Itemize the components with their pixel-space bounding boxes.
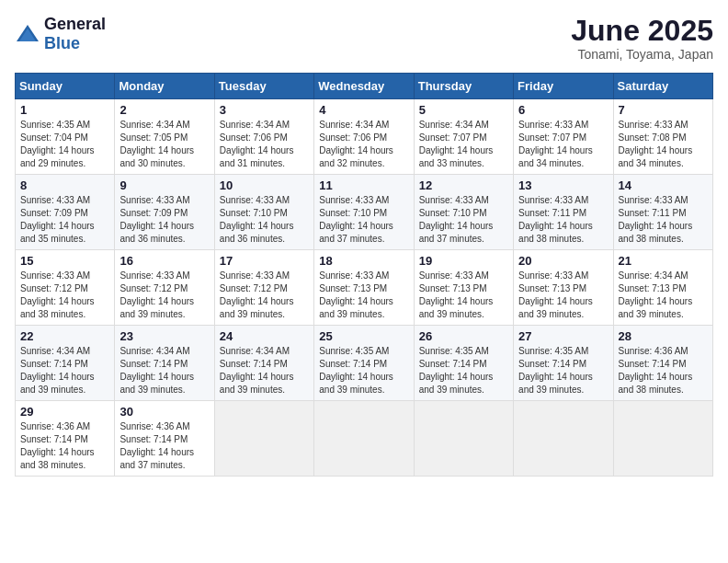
- calendar-day-cell: 14Sunrise: 4:33 AMSunset: 7:11 PMDayligh…: [613, 175, 712, 250]
- day-info: Sunrise: 4:35 AMSunset: 7:04 PMDaylight:…: [20, 119, 109, 170]
- day-info: Sunrise: 4:33 AMSunset: 7:13 PMDaylight:…: [319, 270, 408, 321]
- day-info: Sunrise: 4:33 AMSunset: 7:11 PMDaylight:…: [619, 194, 708, 246]
- day-info: Sunrise: 4:36 AMSunset: 7:14 PMDaylight:…: [119, 420, 209, 472]
- day-number: 10: [220, 178, 309, 192]
- calendar-day-cell: [214, 401, 313, 477]
- day-info: Sunrise: 4:33 AMSunset: 7:12 PMDaylight:…: [119, 270, 209, 321]
- day-number: 26: [419, 329, 508, 343]
- day-number: 4: [319, 103, 408, 117]
- calendar-day-cell: 7Sunrise: 4:33 AMSunset: 7:08 PMDaylight…: [613, 99, 712, 175]
- day-info: Sunrise: 4:34 AMSunset: 7:14 PMDaylight:…: [119, 345, 209, 396]
- day-info: Sunrise: 4:35 AMSunset: 7:14 PMDaylight:…: [319, 345, 408, 396]
- calendar-day-cell: 20Sunrise: 4:33 AMSunset: 7:13 PMDayligh…: [514, 250, 613, 326]
- day-info: Sunrise: 4:33 AMSunset: 7:10 PMDaylight:…: [419, 194, 508, 246]
- day-info: Sunrise: 4:33 AMSunset: 7:07 PMDaylight:…: [518, 119, 608, 170]
- day-info: Sunrise: 4:34 AMSunset: 7:06 PMDaylight:…: [220, 119, 309, 170]
- day-number: 1: [20, 103, 109, 117]
- day-number: 27: [518, 329, 608, 343]
- calendar-day-cell: 28Sunrise: 4:36 AMSunset: 7:14 PMDayligh…: [613, 326, 712, 401]
- day-info: Sunrise: 4:34 AMSunset: 7:14 PMDaylight:…: [220, 345, 309, 396]
- day-info: Sunrise: 4:34 AMSunset: 7:05 PMDaylight:…: [119, 119, 209, 170]
- calendar-day-header: Saturday: [613, 74, 712, 99]
- day-info: Sunrise: 4:33 AMSunset: 7:13 PMDaylight:…: [419, 270, 508, 321]
- day-number: 18: [319, 254, 408, 268]
- calendar-header-row: SundayMondayTuesdayWednesdayThursdayFrid…: [16, 74, 713, 99]
- day-info: Sunrise: 4:34 AMSunset: 7:06 PMDaylight:…: [319, 119, 408, 170]
- day-info: Sunrise: 4:33 AMSunset: 7:09 PMDaylight:…: [119, 194, 209, 246]
- day-info: Sunrise: 4:33 AMSunset: 7:12 PMDaylight:…: [20, 270, 109, 321]
- calendar-week-row: 8Sunrise: 4:33 AMSunset: 7:09 PMDaylight…: [16, 175, 713, 250]
- day-number: 30: [119, 405, 209, 419]
- day-info: Sunrise: 4:35 AMSunset: 7:14 PMDaylight:…: [419, 345, 508, 396]
- title-area: June 2025 Tonami, Toyama, Japan: [571, 15, 713, 62]
- day-info: Sunrise: 4:34 AMSunset: 7:14 PMDaylight:…: [20, 345, 109, 396]
- calendar-week-row: 1Sunrise: 4:35 AMSunset: 7:04 PMDaylight…: [16, 99, 713, 175]
- day-info: Sunrise: 4:33 AMSunset: 7:13 PMDaylight:…: [518, 270, 608, 321]
- calendar-day-cell: 4Sunrise: 4:34 AMSunset: 7:06 PMDaylight…: [314, 99, 414, 175]
- day-number: 7: [619, 103, 708, 117]
- calendar-day-cell: 13Sunrise: 4:33 AMSunset: 7:11 PMDayligh…: [514, 175, 613, 250]
- calendar-day-cell: [514, 401, 613, 477]
- calendar-day-cell: 15Sunrise: 4:33 AMSunset: 7:12 PMDayligh…: [16, 250, 115, 326]
- day-number: 16: [119, 254, 209, 268]
- day-number: 29: [20, 405, 109, 419]
- calendar-day-header: Tuesday: [214, 74, 313, 99]
- day-number: 22: [20, 329, 109, 343]
- calendar-day-cell: 27Sunrise: 4:35 AMSunset: 7:14 PMDayligh…: [514, 326, 613, 401]
- calendar-day-cell: 18Sunrise: 4:33 AMSunset: 7:13 PMDayligh…: [314, 250, 414, 326]
- calendar-day-header: Sunday: [16, 74, 115, 99]
- calendar-day-cell: 1Sunrise: 4:35 AMSunset: 7:04 PMDaylight…: [16, 99, 115, 175]
- day-info: Sunrise: 4:33 AMSunset: 7:10 PMDaylight:…: [319, 194, 408, 246]
- day-info: Sunrise: 4:33 AMSunset: 7:10 PMDaylight:…: [220, 194, 309, 246]
- day-number: 2: [119, 103, 209, 117]
- logo: General Blue: [15, 15, 106, 53]
- calendar-day-cell: 22Sunrise: 4:34 AMSunset: 7:14 PMDayligh…: [16, 326, 115, 401]
- day-info: Sunrise: 4:34 AMSunset: 7:13 PMDaylight:…: [619, 270, 708, 321]
- day-info: Sunrise: 4:33 AMSunset: 7:08 PMDaylight:…: [619, 119, 708, 170]
- logo-text-general: General: [44, 15, 106, 33]
- day-number: 15: [20, 254, 109, 268]
- calendar-table: SundayMondayTuesdayWednesdayThursdayFrid…: [15, 73, 713, 477]
- day-info: Sunrise: 4:33 AMSunset: 7:09 PMDaylight:…: [20, 194, 109, 246]
- calendar-day-cell: [314, 401, 414, 477]
- day-info: Sunrise: 4:36 AMSunset: 7:14 PMDaylight:…: [20, 420, 109, 472]
- calendar-day-cell: 25Sunrise: 4:35 AMSunset: 7:14 PMDayligh…: [314, 326, 414, 401]
- calendar-day-cell: 3Sunrise: 4:34 AMSunset: 7:06 PMDaylight…: [214, 99, 313, 175]
- location-subtitle: Tonami, Toyama, Japan: [571, 47, 713, 62]
- logo-icon: [15, 21, 40, 47]
- calendar-day-header: Friday: [514, 74, 613, 99]
- calendar-day-cell: 8Sunrise: 4:33 AMSunset: 7:09 PMDaylight…: [16, 175, 115, 250]
- day-number: 11: [319, 178, 408, 192]
- day-info: Sunrise: 4:35 AMSunset: 7:14 PMDaylight:…: [518, 345, 608, 396]
- calendar-week-row: 22Sunrise: 4:34 AMSunset: 7:14 PMDayligh…: [16, 326, 713, 401]
- calendar-day-cell: [613, 401, 712, 477]
- day-number: 5: [419, 103, 508, 117]
- day-info: Sunrise: 4:33 AMSunset: 7:12 PMDaylight:…: [220, 270, 309, 321]
- day-number: 25: [319, 329, 408, 343]
- day-number: 3: [220, 103, 309, 117]
- day-number: 8: [20, 178, 109, 192]
- calendar-day-cell: 29Sunrise: 4:36 AMSunset: 7:14 PMDayligh…: [16, 401, 115, 477]
- calendar-day-cell: 17Sunrise: 4:33 AMSunset: 7:12 PMDayligh…: [214, 250, 313, 326]
- calendar-week-row: 29Sunrise: 4:36 AMSunset: 7:14 PMDayligh…: [16, 401, 713, 477]
- calendar-day-cell: 26Sunrise: 4:35 AMSunset: 7:14 PMDayligh…: [414, 326, 513, 401]
- calendar-day-cell: 6Sunrise: 4:33 AMSunset: 7:07 PMDaylight…: [514, 99, 613, 175]
- day-number: 13: [518, 178, 608, 192]
- calendar-day-header: Wednesday: [314, 74, 414, 99]
- calendar-day-cell: 9Sunrise: 4:33 AMSunset: 7:09 PMDaylight…: [115, 175, 214, 250]
- calendar-day-cell: 2Sunrise: 4:34 AMSunset: 7:05 PMDaylight…: [115, 99, 214, 175]
- month-title: June 2025: [571, 15, 713, 47]
- calendar-day-cell: [414, 401, 513, 477]
- calendar-day-cell: 30Sunrise: 4:36 AMSunset: 7:14 PMDayligh…: [115, 401, 214, 477]
- day-number: 24: [220, 329, 309, 343]
- calendar-week-row: 15Sunrise: 4:33 AMSunset: 7:12 PMDayligh…: [16, 250, 713, 326]
- calendar-day-cell: 11Sunrise: 4:33 AMSunset: 7:10 PMDayligh…: [314, 175, 414, 250]
- calendar-day-cell: 21Sunrise: 4:34 AMSunset: 7:13 PMDayligh…: [613, 250, 712, 326]
- day-info: Sunrise: 4:33 AMSunset: 7:11 PMDaylight:…: [518, 194, 608, 246]
- page-header: General Blue June 2025 Tonami, Toyama, J…: [15, 15, 713, 62]
- calendar-day-cell: 24Sunrise: 4:34 AMSunset: 7:14 PMDayligh…: [214, 326, 313, 401]
- day-number: 20: [518, 254, 608, 268]
- calendar-day-header: Monday: [115, 74, 214, 99]
- day-number: 21: [619, 254, 708, 268]
- day-number: 12: [419, 178, 508, 192]
